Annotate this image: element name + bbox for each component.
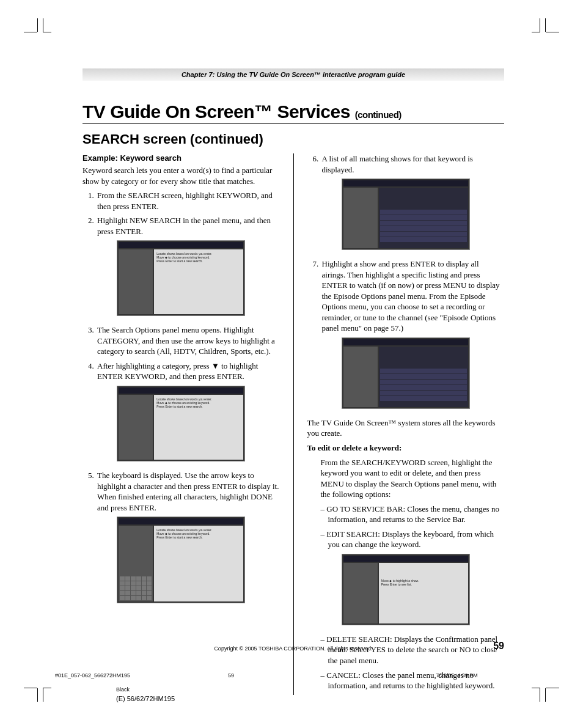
step-1: From the SEARCH screen, highlight KEYWOR… bbox=[96, 190, 280, 211]
page-title: TV Guide On Screen™ Services (continued) bbox=[82, 101, 504, 122]
example-heading: Example: Keyword search bbox=[82, 153, 280, 163]
crop-mark bbox=[43, 18, 43, 32]
screenshot-matching-shows bbox=[342, 178, 470, 250]
print-file: #01E_057-062_566272HM195 bbox=[55, 672, 130, 678]
crop-mark bbox=[545, 688, 546, 702]
page-number: 59 bbox=[493, 641, 504, 652]
step-list-left-cont: The Search Options panel menu opens. Hig… bbox=[82, 325, 280, 382]
copyright-text: Copyright © 2005 TOSHIBA CORPORATION. Al… bbox=[214, 645, 372, 652]
edit-intro: From the SEARCH/KEYWORD screen, highligh… bbox=[307, 457, 505, 500]
crop-mark bbox=[37, 688, 38, 702]
crop-mark bbox=[43, 688, 43, 702]
crop-mark bbox=[37, 18, 38, 32]
crop-mark bbox=[24, 688, 37, 688]
left-column: Example: Keyword search Keyword search l… bbox=[82, 153, 280, 695]
step-3: The Search Options panel menu opens. Hig… bbox=[96, 325, 280, 357]
down-arrow-icon: ▼ bbox=[211, 361, 219, 372]
dash-list-bottom: – DELETE SEARCH: Displays the Confirmati… bbox=[307, 634, 505, 691]
crop-mark bbox=[546, 688, 559, 688]
right-column: A list of all matching shows for that ke… bbox=[307, 153, 505, 695]
crop-mark bbox=[43, 688, 51, 688]
crop-mark bbox=[532, 32, 540, 32]
column-divider bbox=[293, 153, 294, 695]
edit-delete-heading: To edit or delete a keyword: bbox=[307, 443, 505, 454]
print-datetime: 7/28/05, 4:39 PM bbox=[436, 672, 478, 678]
print-page: 59 bbox=[228, 672, 234, 678]
step-4-text-a: After highlighting a category, press bbox=[97, 361, 211, 370]
step-list-left: From the SEARCH screen, highlight KEYWOR… bbox=[82, 190, 280, 237]
step-2: Highlight NEW SEARCH in the panel menu, … bbox=[96, 215, 280, 237]
print-color: Black bbox=[116, 686, 130, 693]
dash-go-to-service-bar: – GO TO SERVICE BAR: Closes the menu, ch… bbox=[321, 504, 505, 525]
title-rule bbox=[82, 123, 504, 124]
step-list-right-cont: Highlight a show and press ENTER to disp… bbox=[307, 259, 505, 334]
print-model: (E) 56/62/72HM195 bbox=[116, 695, 175, 702]
step-4: After highlighting a category, press ▼ t… bbox=[96, 361, 280, 382]
title-main: TV Guide On Screen™ Services bbox=[82, 101, 355, 122]
step-list-right: A list of all matching shows for that ke… bbox=[307, 153, 505, 175]
chapter-header-bar: Chapter 7: Using the TV Guide On Screen™… bbox=[82, 68, 504, 81]
screenshot-keyboard: Locate shows based on words you enter.Mo… bbox=[117, 517, 245, 603]
screenshot-search-options: Locate shows based on words you enter.Mo… bbox=[117, 386, 245, 461]
dash-list-top: – GO TO SERVICE BAR: Closes the menu, ch… bbox=[307, 504, 505, 550]
two-column-layout: Example: Keyword search Keyword search l… bbox=[82, 153, 504, 695]
crop-mark bbox=[24, 32, 37, 32]
page-content: Chapter 7: Using the TV Guide On Screen™… bbox=[82, 68, 504, 695]
screenshot-search-options-edit: Move ◆ to highlight a show.Press Enter t… bbox=[342, 554, 470, 625]
step-7: Highlight a show and press ENTER to disp… bbox=[321, 259, 505, 334]
step-list-left-cont2: The keyboard is displayed. Use the arrow… bbox=[82, 470, 280, 513]
post-steps-paragraph: The TV Guide On Screen™ system stores al… bbox=[307, 417, 505, 439]
title-continued: (continued) bbox=[355, 109, 402, 120]
dash-edit-search: – EDIT SEARCH: Displays the keyboard, fr… bbox=[321, 529, 505, 550]
screenshot-episode-options bbox=[342, 337, 470, 409]
section-heading: SEARCH screen (continued) bbox=[82, 131, 504, 147]
step-6: A list of all matching shows for that ke… bbox=[321, 153, 505, 175]
crop-mark bbox=[532, 688, 540, 688]
print-info-line: #01E_057-062_566272HM195 59 7/28/05, 4:3… bbox=[55, 672, 532, 678]
crop-mark bbox=[540, 688, 540, 702]
crop-mark bbox=[540, 18, 540, 32]
step-5: The keyboard is displayed. Use the arrow… bbox=[96, 470, 280, 513]
intro-paragraph: Keyword search lets you enter a word(s) … bbox=[82, 165, 280, 186]
crop-mark bbox=[545, 18, 546, 32]
crop-mark bbox=[546, 32, 559, 32]
crop-mark bbox=[43, 32, 51, 32]
page-footer: Copyright © 2005 TOSHIBA CORPORATION. Al… bbox=[82, 643, 504, 653]
screenshot-keyword-menu: Locate shows based on words you enter.Mo… bbox=[117, 240, 245, 316]
